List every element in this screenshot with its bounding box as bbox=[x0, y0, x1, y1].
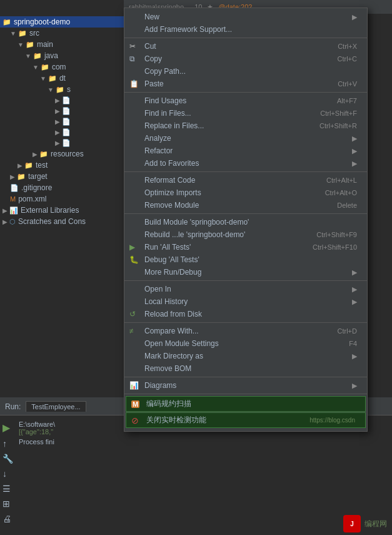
menu-item-refactor[interactable]: Refactor ▶ bbox=[124, 145, 367, 157]
tree-item-sub5[interactable]: ▶ 📄 bbox=[0, 138, 124, 148]
menu-item-add-favorites[interactable]: Add to Favorites ▶ bbox=[124, 157, 367, 170]
menu-item-copy-path[interactable]: Copy Path... bbox=[124, 65, 367, 78]
submenu-arrow-open-in: ▶ bbox=[352, 285, 357, 293]
run-up-button[interactable]: ↑ bbox=[3, 439, 13, 449]
menu-label-refactor: Refactor bbox=[144, 146, 173, 155]
submenu-arrow-more-run: ▶ bbox=[352, 268, 357, 277]
menu-item-rebuild-module[interactable]: Rebuild ...le 'springboot-demo' Ctrl+Shi… bbox=[124, 228, 367, 241]
menu-label-copy-path: Copy Path... bbox=[144, 67, 186, 76]
menu-label-find-in-files: Find in Files... bbox=[144, 109, 191, 118]
run-play-button[interactable]: ▶ bbox=[3, 422, 13, 434]
run-tab[interactable]: TestEmployee... bbox=[26, 401, 86, 412]
menu-item-find-in-files[interactable]: Find in Files... Ctrl+Shift+F bbox=[124, 107, 367, 120]
shortcut-remove-module: Delete bbox=[337, 201, 357, 209]
menu-item-reload-from-disk[interactable]: ↺ Reload from Disk bbox=[124, 308, 367, 320]
menu-item-add-framework[interactable]: Add Framework Support... bbox=[124, 23, 367, 36]
menu-item-local-history[interactable]: Local History ▶ bbox=[124, 295, 367, 308]
tree-item-sub2[interactable]: ▶ 📄 bbox=[0, 106, 124, 116]
tree-item-sub4[interactable]: ▶ 📄 bbox=[0, 127, 124, 138]
menu-item-open-in[interactable]: Open In ▶ bbox=[124, 283, 367, 295]
run-print-button[interactable]: 🖨 bbox=[3, 514, 13, 524]
shortcut-reformat-code: Ctrl+Alt+L bbox=[326, 176, 357, 184]
shortcut-optimize-imports: Ctrl+Alt+O bbox=[325, 189, 357, 196]
separator-6 bbox=[124, 322, 367, 323]
folder-icon-s: 📁 bbox=[56, 86, 64, 94]
close-realtime-icon: ⊘ bbox=[131, 415, 139, 425]
menu-label-add-framework: Add Framework Support... bbox=[144, 25, 232, 34]
tree-item-java[interactable]: ▼ 📁 java bbox=[0, 50, 124, 61]
tree-label-target: target bbox=[28, 172, 48, 181]
menu-item-remove-bom[interactable]: Remove BOM bbox=[124, 362, 367, 375]
menu-item-reformat-code[interactable]: Reformat Code Ctrl+Alt+L bbox=[124, 174, 367, 186]
run-icon: ▶ bbox=[129, 243, 135, 252]
menu-label-debug-all-tests: Debug 'All Tests' bbox=[144, 255, 199, 264]
menu-item-paste[interactable]: 📋 Paste Ctrl+V bbox=[124, 78, 367, 90]
menu-label-run-all-tests: Run 'All Tests' bbox=[144, 243, 191, 252]
copy-icon: ⧉ bbox=[129, 54, 135, 63]
folder-icon-test: 📁 bbox=[24, 161, 33, 170]
folder-icon-dt: 📁 bbox=[48, 74, 57, 83]
menu-item-debug-all-tests[interactable]: 🐛 Debug 'All Tests' bbox=[124, 253, 367, 266]
submenu-arrow-refactor: ▶ bbox=[352, 147, 357, 155]
menu-label-analyze: Analyze bbox=[144, 134, 171, 143]
separator-2 bbox=[124, 92, 367, 93]
run-filter-button[interactable]: ⊞ bbox=[3, 499, 13, 509]
tree-item-com[interactable]: ▼ 📁 com bbox=[0, 61, 124, 73]
menu-item-copy[interactable]: ⧉ Copy Ctrl+C bbox=[124, 53, 367, 65]
tree-item-scratches[interactable]: ▶ ⬡ Scratches and Cons bbox=[0, 216, 124, 227]
menu-item-analyze[interactable]: Analyze ▶ bbox=[124, 132, 367, 145]
tree-label-dt: dt bbox=[59, 74, 66, 83]
file-tree: 📁 springboot-demo ▼ 📁 src ▼ 📁 main ▼ 📁 j… bbox=[0, 0, 124, 375]
tree-item-pomxml[interactable]: M pom.xml bbox=[0, 193, 124, 205]
tree-item-src[interactable]: ▼ 📁 src bbox=[0, 28, 124, 39]
menu-item-diagrams[interactable]: 📊 Diagrams ▶ bbox=[124, 379, 367, 392]
menu-item-code-scan[interactable]: M 编码规约扫描 bbox=[126, 396, 366, 412]
tree-item-main[interactable]: ▼ 📁 main bbox=[0, 39, 124, 50]
tree-item-s[interactable]: ▼ 📁 s bbox=[0, 84, 124, 95]
menu-item-mark-directory[interactable]: Mark Directory as ▶ bbox=[124, 350, 367, 362]
tree-item-resources[interactable]: ▶ 📁 resources bbox=[0, 148, 124, 160]
menu-item-close-realtime[interactable]: ⊘ 关闭实时检测功能 https://blog.csdn bbox=[126, 412, 366, 428]
menu-label-remove-module: Remove Module bbox=[144, 201, 199, 210]
menu-label-build-module: Build Module 'springboot-demo' bbox=[144, 218, 249, 227]
run-line3: Process fini bbox=[19, 438, 387, 446]
tree-item-sub1[interactable]: ▶ 📄 bbox=[0, 95, 124, 106]
menu-item-run-all-tests[interactable]: ▶ Run 'All Tests' Ctrl+Shift+F10 bbox=[124, 241, 367, 253]
tree-item-gitignore[interactable]: 📄 .gitignore bbox=[0, 182, 124, 193]
tree-item-springboot-demo[interactable]: 📁 springboot-demo bbox=[0, 16, 124, 28]
tree-item-target[interactable]: ▶ 📁 target bbox=[0, 171, 124, 182]
ide-background: rabbitma\springbo... 10 ★ @date: 202 📁 s… bbox=[0, 0, 392, 535]
file-icon-sub3: 📄 bbox=[62, 118, 71, 126]
folder-icon-com: 📁 bbox=[41, 63, 49, 71]
submenu-arrow-favorites: ▶ bbox=[352, 160, 357, 168]
menu-label-rebuild-module: Rebuild ...le 'springboot-demo' bbox=[144, 230, 245, 239]
run-list-button[interactable]: ☰ bbox=[3, 484, 13, 494]
menu-item-replace-in-files[interactable]: Replace in Files... Ctrl+Shift+R bbox=[124, 120, 367, 132]
menu-item-optimize-imports[interactable]: Optimize Imports Ctrl+Alt+O bbox=[124, 186, 367, 199]
watermark-text: 编程网 bbox=[364, 519, 387, 529]
run-wrench-button[interactable]: 🔧 bbox=[3, 454, 13, 464]
tree-item-sub3[interactable]: ▶ 📄 bbox=[0, 116, 124, 127]
module-icon: 📁 bbox=[3, 18, 11, 26]
run-down-button[interactable]: ↓ bbox=[3, 469, 13, 479]
menu-item-cut[interactable]: ✂ Cut Ctrl+X bbox=[124, 40, 367, 53]
menu-label-more-run-debug: More Run/Debug bbox=[144, 268, 201, 277]
menu-item-remove-module[interactable]: Remove Module Delete bbox=[124, 199, 367, 211]
file-icon-sub2: 📄 bbox=[62, 107, 71, 115]
tree-item-dt[interactable]: ▼ 📁 dt bbox=[0, 73, 124, 84]
menu-item-build-module[interactable]: Build Module 'springboot-demo' bbox=[124, 216, 367, 228]
menu-item-more-run-debug[interactable]: More Run/Debug ▶ bbox=[124, 266, 367, 278]
menu-item-open-module-settings[interactable]: Open Module Settings F4 bbox=[124, 337, 367, 350]
menu-label-reload-from-disk: Reload from Disk bbox=[144, 310, 202, 318]
separator-1 bbox=[124, 38, 367, 38]
menu-item-find-usages[interactable]: Find Usages Alt+F7 bbox=[124, 94, 367, 107]
menu-label-mark-directory: Mark Directory as bbox=[144, 352, 203, 360]
scratch-icon: ⬡ bbox=[9, 218, 16, 226]
menu-item-compare-with[interactable]: ≠ Compare With... Ctrl+D bbox=[124, 325, 367, 337]
tree-item-extlibs[interactable]: ▶ 📊 External Libraries bbox=[0, 205, 124, 216]
tree-item-test[interactable]: ▶ 📁 test bbox=[0, 160, 124, 171]
menu-label-cut: Cut bbox=[144, 42, 156, 51]
menu-label-paste: Paste bbox=[144, 79, 164, 88]
menu-label-diagrams: Diagrams bbox=[144, 381, 176, 390]
menu-item-new[interactable]: New ▶ bbox=[124, 11, 367, 23]
